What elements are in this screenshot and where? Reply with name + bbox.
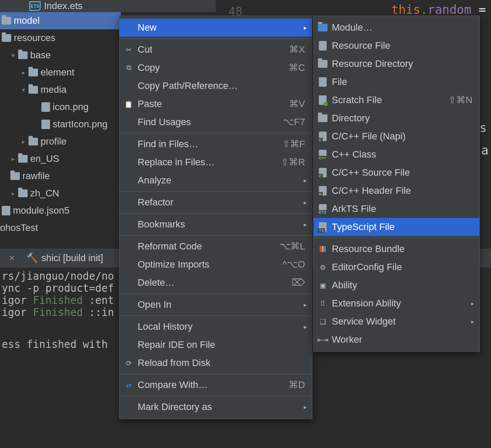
- menu-item-label: Local History: [138, 321, 305, 332]
- tree-item-media[interactable]: ▾ media: [0, 81, 121, 98]
- new-menu-item-resource-directory[interactable]: Resource Directory: [314, 55, 479, 73]
- build-tab-shici[interactable]: 🔨 shici [build init]: [26, 252, 103, 264]
- context-menu-item-refactor[interactable]: Refactor▸: [120, 193, 312, 211]
- context-menu-item-repair-ide-on-file[interactable]: Repair IDE on File: [120, 336, 312, 354]
- tree-label: zh_CN: [30, 188, 59, 199]
- terminal-line: ess finished with: [2, 338, 108, 350]
- context-menu-item-analyze[interactable]: Analyze▸: [120, 171, 312, 189]
- widget-icon: ❏: [318, 317, 327, 326]
- tree-item-ohostest[interactable]: ohosTest: [0, 219, 121, 237]
- tree-item-icon-png[interactable]: icon.png: [0, 98, 121, 116]
- json-file-icon: [2, 206, 10, 215]
- new-menu-item-scratch-file[interactable]: Scratch File⇧⌘N: [314, 91, 479, 109]
- new-menu-item-c-c-source-file[interactable]: CC/C++ Source File: [314, 164, 479, 182]
- tree-label: ohosTest: [0, 222, 38, 233]
- context-menu-item-bookmarks[interactable]: Bookmarks▸: [120, 215, 312, 233]
- menu-item-label: Module…: [332, 22, 472, 33]
- menu-separator: [120, 38, 312, 39]
- chevron-right-icon: ▸: [304, 177, 307, 184]
- context-menu-item-delete[interactable]: Delete…⌦: [120, 274, 312, 292]
- context-menu-item-paste[interactable]: 📋Paste⌘V: [120, 95, 312, 113]
- folder-icon: [28, 86, 38, 94]
- new-menu-item-module[interactable]: Module…: [314, 19, 479, 37]
- chevron-right-icon: ▸: [304, 404, 307, 410]
- tree-item-starticon-png[interactable]: startIcon.png: [0, 116, 121, 133]
- context-menu-item-optimize-imports[interactable]: Optimize Imports^⌥O: [120, 256, 312, 274]
- context-menu-item-replace-in-files[interactable]: Replace in Files…⇧⌘R: [120, 153, 312, 171]
- new-menu-item-worker[interactable]: ⇤⇥Worker: [314, 331, 479, 349]
- new-menu-item-extension-ability[interactable]: ⠿Extension Ability▸: [314, 294, 479, 312]
- new-menu-item-c-class[interactable]: C++C++ Class: [314, 145, 479, 164]
- tree-item-module-json5[interactable]: module.json5: [0, 202, 121, 219]
- folder-icon: [18, 155, 28, 163]
- new-menu-item-resource-file[interactable]: Resource File: [314, 37, 479, 55]
- menu-item-label: Open In: [138, 299, 305, 310]
- tree-item-model[interactable]: model: [0, 12, 121, 29]
- chevron-right-icon: ▸: [304, 221, 307, 228]
- menu-separator: [120, 213, 312, 214]
- context-menu-item-compare-with[interactable]: ⇄Compare With…⌘D: [120, 376, 312, 394]
- paste-icon: 📋: [124, 99, 133, 109]
- resource-bundle-icon: [318, 244, 327, 254]
- terminal-text: :ent: [83, 294, 114, 306]
- tree-item-base[interactable]: ▾ base: [0, 47, 121, 64]
- code-keyword: this: [391, 3, 420, 17]
- close-icon[interactable]: ✕: [4, 253, 19, 263]
- context-menu-item-copy-path-reference[interactable]: Copy Path/Reference…: [120, 77, 312, 95]
- context-menu-item-mark-directory-as[interactable]: Mark Directory as▸: [120, 398, 312, 416]
- context-menu-item-find-in-files[interactable]: Find in Files…⇧⌘F: [120, 135, 312, 153]
- tree-item-rawfile[interactable]: rawfile: [0, 167, 121, 185]
- menu-item-label: File: [332, 76, 472, 88]
- chevron-down-icon: ▾: [21, 86, 26, 93]
- new-menu-item-arkts-file[interactable]: ETSArkTS File: [314, 200, 479, 218]
- menu-item-label: Service Widget: [332, 316, 472, 327]
- menu-item-label: Copy: [138, 62, 284, 73]
- menu-item-label: Resource Bundle: [332, 243, 472, 255]
- cut-icon: ✂: [124, 45, 133, 54]
- menu-shortcut: ⌘D: [289, 379, 305, 391]
- context-menu-item-cut[interactable]: ✂Cut⌘X: [120, 41, 312, 59]
- menu-item-label: Bookmarks: [138, 219, 305, 230]
- tree-label: module.json5: [13, 205, 69, 216]
- tree-item-zh-cn[interactable]: ▸ zh_CN: [0, 185, 121, 202]
- menu-item-label: Refactor: [138, 197, 305, 208]
- editor-tab-index-ets[interactable]: ETS Index.ets: [26, 0, 86, 13]
- menu-item-label: TypeScript File: [332, 221, 472, 233]
- new-menu-item-editorconfig-file[interactable]: ⚙EditorConfig File: [314, 258, 479, 276]
- image-file-icon: [41, 120, 50, 129]
- menu-shortcut: ⇧⌘R: [281, 157, 305, 168]
- chevron-right-icon: ▸: [471, 300, 474, 307]
- menu-separator: [120, 133, 312, 133]
- terminal-status: Finished: [33, 294, 83, 306]
- tree-item-profile[interactable]: ▸ profile: [0, 133, 121, 150]
- folder-icon: [28, 138, 38, 145]
- context-menu-item-find-usages[interactable]: Find Usages⌥F7: [120, 113, 312, 131]
- context-menu-item-new[interactable]: New▸: [120, 19, 312, 37]
- new-menu-item-typescript-file[interactable]: TSTypeScript File: [314, 218, 479, 236]
- menu-shortcut: ^⌥O: [283, 259, 305, 270]
- tree-label: rawfile: [22, 170, 50, 182]
- context-menu-item-local-history[interactable]: Local History▸: [120, 318, 312, 336]
- new-menu-item-directory[interactable]: Directory: [314, 109, 479, 127]
- new-menu-item-resource-bundle[interactable]: Resource Bundle: [314, 240, 479, 258]
- menu-shortcut: ⇧⌘N: [448, 95, 472, 106]
- context-menu-item-reformat-code[interactable]: Reformat Code⌥⌘L: [120, 237, 312, 256]
- folder-icon: [2, 34, 11, 42]
- context-menu-item-open-in[interactable]: Open In▸: [120, 296, 312, 314]
- terminal-text: igor: [2, 306, 33, 319]
- menu-item-label: Worker: [332, 334, 472, 345]
- new-menu-item-service-widget[interactable]: ❏Service Widget▸: [314, 312, 479, 331]
- tree-item-resources[interactable]: resources: [0, 29, 121, 47]
- file-icon: [318, 41, 327, 50]
- context-menu-item-reload-from-disk[interactable]: ⟳Reload from Disk: [120, 354, 312, 372]
- tree-item-en-us[interactable]: ▸ en_US: [0, 150, 121, 167]
- image-file-icon: [41, 102, 50, 112]
- new-menu-item-ability[interactable]: ▣Ability: [314, 276, 479, 294]
- menu-item-label: ArkTS File: [332, 203, 472, 215]
- new-menu-item-c-c-header-file[interactable]: HC/C++ Header File: [314, 182, 479, 200]
- new-menu-item-c-c-file-napi[interactable]: CC/C++ File (Napi): [314, 127, 479, 145]
- context-menu-item-copy[interactable]: ⧉Copy⌘C: [120, 59, 312, 77]
- tree-item-element[interactable]: ▸ element: [0, 64, 121, 81]
- h-file-icon: H: [318, 186, 327, 196]
- new-menu-item-file[interactable]: File: [314, 73, 479, 91]
